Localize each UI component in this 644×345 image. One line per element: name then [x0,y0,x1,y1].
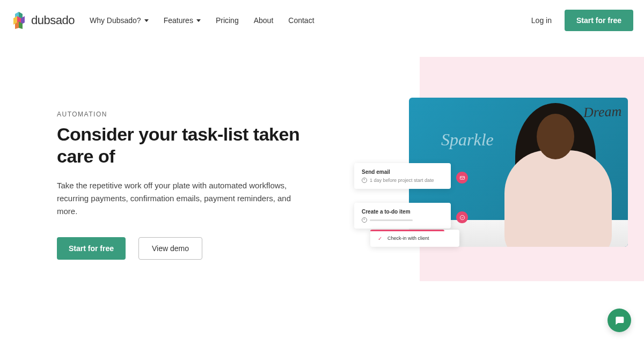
logo[interactable]: dubsado [11,11,75,30]
placeholder-line [370,219,413,221]
nav-contact[interactable]: Contact [288,16,314,25]
card-text: Check-in with client [387,236,429,241]
card-accent-bar [370,230,444,231]
main-nav: Why Dubsado? Features Pricing About Cont… [90,16,314,25]
nav-label: About [254,16,274,25]
logo-icon [11,11,27,30]
wall-art-sparkle: Sparkle [441,130,494,150]
header-right: Log in Start for free [531,10,633,31]
card-title: Send email [362,169,443,175]
hero-content: AUTOMATION Consider your task-list taken… [0,57,322,260]
check-badge-icon [456,211,468,223]
clock-icon [362,217,367,223]
email-badge-icon [456,172,468,183]
nav-features[interactable]: Features [164,16,201,25]
hero-eyebrow: AUTOMATION [57,111,311,118]
photo-person-head [537,114,574,159]
header-cta-button[interactable]: Start for free [565,10,633,31]
cta-row: Start for free View demo [57,237,311,260]
workflow-card-send-email: Send email 1 day before project start da… [354,163,451,189]
view-demo-button[interactable]: View demo [138,237,202,260]
hero-section: Dream Sparkle Send email 1 day before pr… [0,57,644,260]
hero-subtext: Take the repetitive work off your plate … [57,179,293,218]
brand-name: dubsado [31,13,75,27]
nav-why-dubsado[interactable]: Why Dubsado? [90,16,149,25]
checkmark-icon: ✓ [378,236,383,241]
chat-widget-button[interactable] [608,309,631,332]
header: dubsado Why Dubsado? Features Pricing Ab… [0,0,644,41]
card-meta-text: 1 day before project start date [370,178,434,183]
chevron-down-icon [144,19,149,22]
nav-about[interactable]: About [254,16,274,25]
hero-headline: Consider your task-list taken care of [57,123,311,167]
nav-label: Features [164,16,193,25]
clock-icon [362,178,367,183]
workflow-card-checkin: ✓ Check-in with client [370,230,459,247]
nav-label: Pricing [216,16,239,25]
nav-label: Why Dubsado? [90,16,141,25]
card-meta: 1 day before project start date [362,178,443,183]
card-meta [362,217,443,223]
svg-point-8 [460,215,464,219]
wall-art-dream: Dream [583,104,621,121]
chat-icon [614,315,625,326]
start-free-button[interactable]: Start for free [57,237,126,260]
chevron-down-icon [196,19,201,22]
nav-label: Contact [288,16,314,25]
workflow-card-todo: Create a to-do item [354,203,451,229]
card-title: Create a to-do item [362,209,443,215]
login-link[interactable]: Log in [531,16,552,25]
card-row: ✓ Check-in with client [378,236,452,241]
photo-person-body [504,150,612,247]
nav-pricing[interactable]: Pricing [216,16,239,25]
